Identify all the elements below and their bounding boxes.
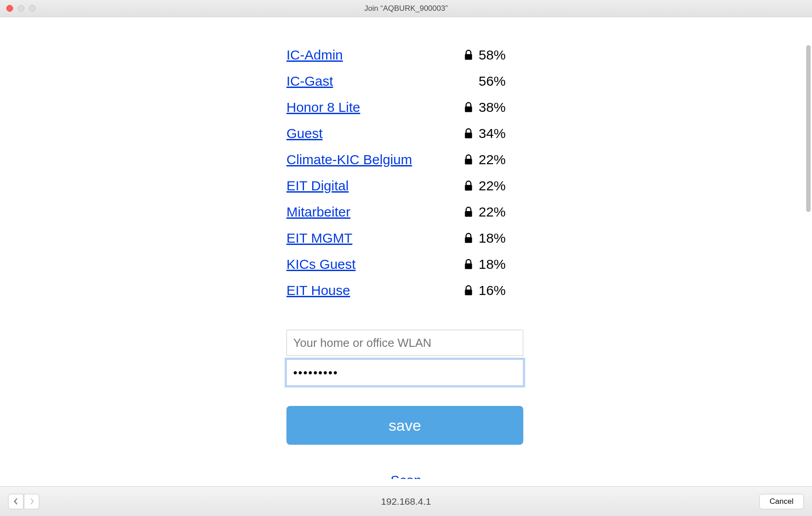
lock-icon: [464, 233, 473, 244]
titlebar: Join “AQBURK_900003”: [0, 0, 812, 17]
svg-rect-0: [465, 54, 472, 60]
forward-button[interactable]: [24, 494, 39, 509]
minimize-window-button[interactable]: [18, 5, 24, 12]
network-signal: 58%: [479, 47, 526, 63]
address-label: 192.168.4.1: [381, 496, 431, 507]
network-link[interactable]: EIT Digital: [286, 178, 458, 194]
network-signal: 22%: [479, 178, 526, 194]
network-lock-cell: [458, 233, 479, 244]
network-link[interactable]: Mitarbeiter: [286, 204, 458, 220]
network-lock-cell: [458, 128, 479, 139]
chevron-left-icon: [14, 498, 18, 505]
network-lock-cell: [458, 285, 479, 296]
ssid-input[interactable]: [286, 330, 523, 356]
network-link[interactable]: KICs Guest: [286, 257, 458, 272]
scrollbar-thumb[interactable]: [806, 45, 811, 212]
network-link[interactable]: EIT MGMT: [286, 230, 458, 246]
maximize-window-button[interactable]: [29, 5, 36, 12]
network-link[interactable]: IC-Gast: [286, 74, 458, 89]
network-row: EIT Digital22%: [286, 173, 526, 199]
svg-rect-4: [465, 185, 472, 191]
close-window-button[interactable]: [6, 5, 13, 12]
save-button[interactable]: save: [286, 406, 523, 445]
network-signal: 16%: [479, 283, 526, 298]
network-lock-cell: [458, 259, 479, 270]
lock-icon: [464, 285, 473, 296]
svg-rect-6: [465, 237, 472, 243]
network-lock-cell: [458, 50, 479, 60]
svg-rect-1: [465, 106, 472, 112]
cancel-button[interactable]: Cancel: [759, 494, 804, 509]
network-signal: 34%: [479, 126, 526, 141]
network-lock-cell: [458, 102, 479, 113]
svg-rect-5: [465, 211, 472, 217]
network-row: IC-Gast56%: [286, 68, 526, 94]
svg-rect-3: [465, 159, 472, 165]
network-signal: 18%: [479, 257, 526, 272]
scan-link[interactable]: Scan: [286, 473, 526, 479]
network-signal: 22%: [479, 152, 526, 167]
network-row: Climate-KIC Belgium22%: [286, 147, 526, 173]
network-row: IC-Admin58%: [286, 42, 526, 68]
svg-rect-2: [465, 133, 472, 138]
chevron-right-icon: [29, 498, 34, 505]
lock-icon: [464, 259, 473, 270]
network-signal: 56%: [479, 74, 526, 89]
window-controls: [6, 5, 36, 12]
network-lock-cell: [458, 180, 479, 191]
lock-icon: [464, 128, 473, 139]
wifi-form: save Scan: [286, 330, 526, 479]
network-link[interactable]: IC-Admin: [286, 47, 458, 63]
network-row: Honor 8 Lite38%: [286, 94, 526, 120]
lock-icon: [464, 154, 473, 165]
nav-buttons: [8, 494, 39, 509]
password-input[interactable]: [286, 359, 523, 386]
network-link[interactable]: Climate-KIC Belgium: [286, 152, 458, 167]
content-area: IC-Admin58%IC-Gast56%Honor 8 Lite38%Gues…: [0, 17, 812, 479]
network-link[interactable]: EIT House: [286, 283, 458, 298]
lock-icon: [464, 50, 473, 60]
svg-rect-7: [465, 263, 472, 269]
lock-icon: [464, 102, 473, 113]
network-link[interactable]: Honor 8 Lite: [286, 100, 458, 115]
network-link[interactable]: Guest: [286, 126, 458, 141]
network-signal: 18%: [479, 230, 526, 246]
back-button[interactable]: [8, 494, 23, 509]
network-row: EIT MGMT18%: [286, 225, 526, 251]
lock-icon: [464, 180, 473, 191]
window-title: Join “AQBURK_900003”: [364, 4, 448, 13]
network-row: KICs Guest18%: [286, 251, 526, 277]
network-row: EIT House16%: [286, 277, 526, 304]
network-list: IC-Admin58%IC-Gast56%Honor 8 Lite38%Gues…: [286, 42, 526, 304]
network-signal: 38%: [479, 100, 526, 115]
svg-rect-8: [465, 290, 472, 295]
network-row: Mitarbeiter22%: [286, 199, 526, 225]
network-lock-cell: [458, 207, 479, 217]
network-signal: 22%: [479, 204, 526, 220]
network-row: Guest34%: [286, 120, 526, 147]
network-lock-cell: [458, 154, 479, 165]
lock-icon: [464, 207, 473, 217]
footer: 192.168.4.1 Cancel: [0, 486, 812, 516]
